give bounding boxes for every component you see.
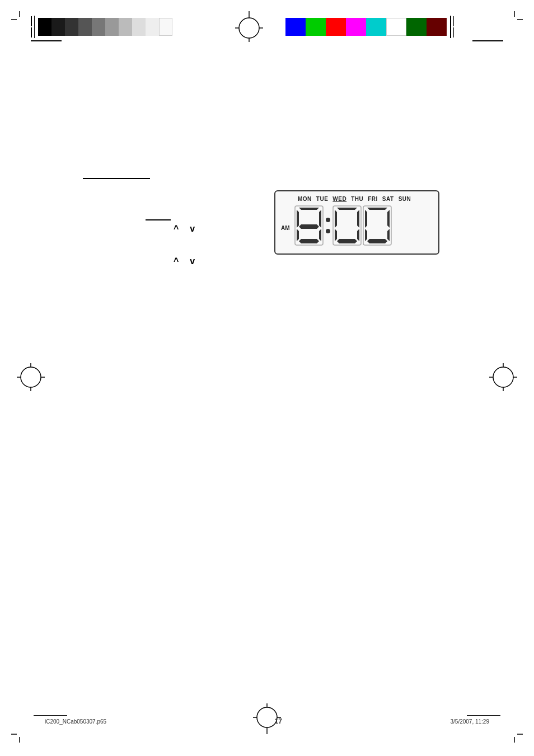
c-dark-green bbox=[406, 18, 427, 36]
c-magenta bbox=[346, 18, 366, 36]
middle-underline-1 bbox=[83, 178, 150, 179]
c-blue bbox=[285, 18, 306, 36]
svg-marker-33 bbox=[387, 229, 390, 241]
svg-marker-13 bbox=[299, 208, 319, 210]
clock-colon bbox=[326, 206, 330, 245]
svg-marker-32 bbox=[365, 229, 367, 241]
svg-marker-24 bbox=[357, 210, 359, 228]
gs-7 bbox=[119, 18, 132, 36]
svg-marker-17 bbox=[297, 229, 299, 241]
c-red bbox=[326, 18, 346, 36]
svg-marker-27 bbox=[337, 239, 357, 243]
bracket-bottom-right bbox=[506, 726, 523, 745]
minute-arrow-controls[interactable]: ^ v bbox=[174, 256, 195, 266]
bracket-top-right bbox=[506, 11, 523, 30]
c-cyan bbox=[366, 18, 386, 36]
svg-point-40 bbox=[493, 367, 513, 387]
svg-marker-16 bbox=[299, 224, 319, 229]
footer-date: 3/5/2007, 11:29 bbox=[450, 719, 489, 725]
c-white bbox=[386, 18, 406, 36]
day-wed: WED bbox=[332, 196, 346, 202]
minute-up-button[interactable]: ^ bbox=[174, 256, 179, 266]
gs-2 bbox=[51, 18, 65, 36]
hour-up-button[interactable]: ^ bbox=[174, 224, 179, 234]
svg-marker-18 bbox=[319, 229, 321, 241]
gs-5 bbox=[92, 18, 105, 36]
footer: iC200_NCab050307.p65 17 3/5/2007, 11:29 bbox=[0, 717, 534, 725]
top-hline-left bbox=[31, 40, 62, 41]
svg-marker-34 bbox=[367, 239, 387, 243]
right-mid-reg-mark bbox=[489, 363, 517, 393]
svg-marker-22 bbox=[337, 208, 357, 210]
c-dark-red bbox=[427, 18, 447, 36]
right-bracket-bar bbox=[450, 16, 451, 38]
svg-marker-23 bbox=[335, 210, 337, 228]
day-thu: THU bbox=[351, 196, 363, 202]
grayscale-bar bbox=[38, 18, 172, 36]
clock-face: AM bbox=[281, 204, 433, 246]
svg-marker-19 bbox=[299, 239, 319, 243]
day-sun: SUN bbox=[399, 196, 411, 202]
day-fri: FRI bbox=[368, 196, 378, 202]
color-bar-area bbox=[285, 16, 454, 38]
bottom-hline-left bbox=[34, 715, 67, 716]
gs-9 bbox=[146, 18, 159, 36]
right-bracket-lines bbox=[453, 16, 455, 37]
gs-4 bbox=[78, 18, 92, 36]
footer-page-number: 17 bbox=[275, 717, 282, 725]
gs-1 bbox=[38, 18, 51, 36]
svg-marker-25 bbox=[335, 229, 337, 241]
bracket-bottom-left bbox=[11, 726, 28, 745]
bottom-hline-right bbox=[467, 715, 500, 716]
hour-down-button[interactable]: v bbox=[190, 224, 195, 234]
gs-3 bbox=[65, 18, 78, 36]
gs-10 bbox=[159, 18, 172, 36]
clock-days-row: MON TUE WED THU FRI SAT SUN bbox=[281, 196, 433, 202]
svg-marker-26 bbox=[357, 229, 359, 241]
svg-marker-15 bbox=[319, 210, 321, 228]
left-mid-reg-mark bbox=[17, 363, 45, 393]
footer-filename: iC200_NCab050307.p65 bbox=[45, 719, 106, 725]
clock-display: MON TUE WED THU FRI SAT SUN AM bbox=[274, 190, 439, 255]
svg-marker-30 bbox=[365, 210, 367, 228]
bracket-top-left bbox=[11, 11, 28, 30]
minute-down-button[interactable]: v bbox=[190, 256, 195, 266]
left-bracket-bar bbox=[34, 16, 35, 38]
day-sat: SAT bbox=[382, 196, 394, 202]
c-green bbox=[306, 18, 326, 36]
clock-digits bbox=[294, 205, 392, 246]
color-bar bbox=[285, 18, 447, 36]
clock-am-indicator: AM bbox=[281, 225, 290, 231]
svg-point-8 bbox=[239, 18, 259, 38]
svg-marker-14 bbox=[297, 210, 299, 228]
hour-underline bbox=[146, 219, 171, 220]
gs-6 bbox=[105, 18, 119, 36]
hour-arrow-controls[interactable]: ^ v bbox=[174, 224, 195, 234]
svg-marker-29 bbox=[367, 208, 387, 210]
svg-marker-31 bbox=[387, 210, 390, 228]
top-hline-right bbox=[472, 40, 503, 41]
gs-8 bbox=[132, 18, 146, 36]
day-tue: TUE bbox=[316, 196, 329, 202]
hour-digit bbox=[294, 205, 324, 246]
svg-point-35 bbox=[21, 367, 41, 387]
center-top-reg-mark bbox=[235, 11, 263, 44]
left-bracket-lines bbox=[31, 16, 32, 37]
minute-ones-digit bbox=[363, 205, 392, 246]
day-mon: MON bbox=[298, 196, 312, 202]
top-bar-area bbox=[31, 16, 172, 38]
minute-tens-digit bbox=[332, 205, 362, 246]
